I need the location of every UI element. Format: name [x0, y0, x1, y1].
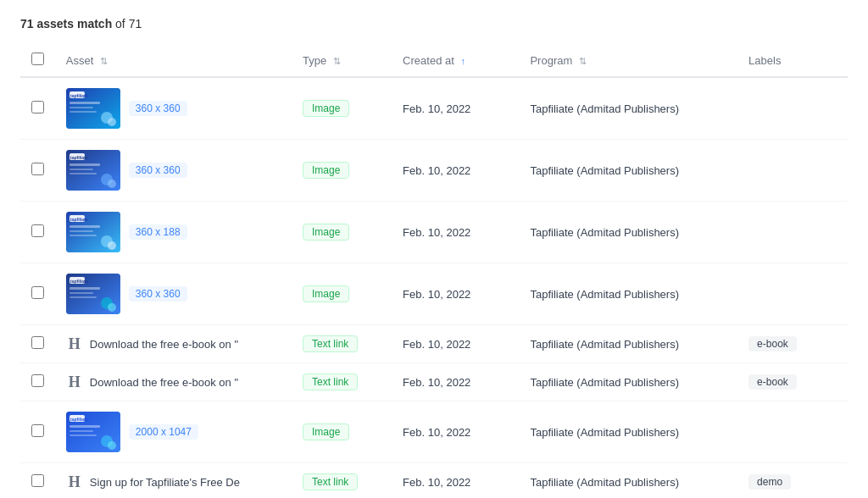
type-cell: Image: [292, 77, 392, 140]
asset-cell: HDownload the free e-book on ": [56, 325, 292, 363]
svg-point-7: [108, 118, 116, 126]
labels-cell: [738, 401, 848, 463]
created-sort-icon: ↑: [460, 56, 465, 66]
textlink-asset-wrapper: HSign up for Tapfiliate's Free De: [66, 473, 282, 490]
labels-cell: e-book: [738, 363, 848, 401]
svg-point-39: [108, 441, 116, 450]
program-value: Tapfiliate (Admitad Publishers): [530, 476, 679, 489]
svg-rect-4: [70, 107, 93, 108]
header-type[interactable]: Type ⇅: [292, 44, 392, 77]
program-cell: Tapfiliate (Admitad Publishers): [520, 401, 738, 463]
type-cell: Text link: [292, 463, 392, 499]
row-checkbox-cell: [20, 363, 56, 401]
asset-thumbnail: tapfiliate: [66, 274, 120, 314]
program-value: Tapfiliate (Admitad Publishers): [530, 376, 679, 389]
row-checkbox[interactable]: [31, 474, 44, 487]
table-header-row: Asset ⇅ Type ⇅ Created at ↑ Program ⇅ La…: [20, 44, 848, 77]
textlink-asset-wrapper: HDownload the free e-book on ": [66, 335, 282, 352]
asset-name: Download the free e-book on ": [90, 376, 238, 389]
asset-name: Download the free e-book on ": [90, 338, 238, 351]
row-checkbox[interactable]: [31, 163, 44, 175]
results-summary: 71 assets match of 71: [20, 17, 848, 30]
image-asset-wrapper: tapfiliate 360 x 360: [66, 88, 282, 129]
type-badge: Text link: [303, 335, 358, 352]
row-checkbox[interactable]: [31, 224, 44, 237]
asset-cell: tapfiliate 2000 x 1047: [56, 401, 292, 463]
svg-text:tapfiliate: tapfiliate: [70, 155, 88, 160]
label-badge: e-book: [748, 336, 797, 351]
created-at-cell: Feb. 10, 2022: [392, 263, 520, 325]
asset-cell: HSign up for Tapfiliate's Free De: [56, 463, 292, 499]
svg-text:tapfiliate: tapfiliate: [70, 217, 88, 222]
program-cell: Tapfiliate (Admitad Publishers): [520, 325, 738, 363]
row-checkbox[interactable]: [31, 374, 44, 387]
asset-cell: tapfiliate 360 x 360: [56, 140, 292, 202]
type-badge: Text link: [303, 473, 358, 490]
type-badge: Image: [303, 423, 349, 440]
svg-rect-35: [70, 425, 100, 428]
header-created-at[interactable]: Created at ↑: [392, 44, 520, 77]
svg-rect-37: [70, 434, 97, 436]
header-program[interactable]: Program ⇅: [520, 44, 738, 77]
type-cell: Image: [292, 140, 392, 202]
type-badge: Text link: [303, 374, 358, 390]
asset-thumbnail: tapfiliate: [66, 150, 120, 191]
created-at-value: Feb. 10, 2022: [403, 102, 470, 115]
assets-table: Asset ⇅ Type ⇅ Created at ↑ Program ⇅ La…: [20, 44, 848, 498]
program-value: Tapfiliate (Admitad Publishers): [530, 338, 679, 351]
table-row: tapfiliate 2000 x 1047ImageFeb. 10, 2022…: [20, 401, 848, 463]
row-checkbox[interactable]: [31, 424, 44, 437]
svg-text:tapfiliate: tapfiliate: [70, 93, 88, 98]
row-checkbox[interactable]: [31, 101, 44, 113]
svg-rect-13: [70, 173, 97, 174]
asset-thumbnail: tapfiliate: [66, 88, 120, 129]
created-at-cell: Feb. 10, 2022: [392, 202, 520, 263]
asset-name: Sign up for Tapfiliate's Free De: [90, 476, 240, 489]
created-at-cell: Feb. 10, 2022: [392, 77, 520, 140]
svg-point-15: [108, 180, 116, 188]
type-cell: Text link: [292, 325, 392, 363]
program-cell: Tapfiliate (Admitad Publishers): [520, 140, 738, 202]
table-row: HDownload the free e-book on "Text linkF…: [20, 325, 848, 363]
image-asset-wrapper: tapfiliate 360 x 188: [66, 212, 282, 252]
created-at-value: Feb. 10, 2022: [403, 164, 470, 177]
created-at-value: Feb. 10, 2022: [403, 288, 470, 301]
created-at-cell: Feb. 10, 2022: [392, 140, 520, 202]
labels-cell: e-book: [738, 325, 848, 363]
textlink-icon: H: [66, 374, 83, 390]
image-asset-wrapper: tapfiliate 360 x 360: [66, 150, 282, 191]
type-badge: Image: [303, 162, 349, 179]
program-value: Tapfiliate (Admitad Publishers): [530, 426, 679, 439]
header-labels: Labels: [738, 44, 848, 77]
row-checkbox-cell: [20, 325, 56, 363]
size-badge: 360 x 188: [129, 224, 187, 240]
header-asset[interactable]: Asset ⇅: [56, 44, 292, 77]
type-badge: Image: [303, 224, 349, 241]
header-program-label: Program: [530, 54, 572, 67]
row-checkbox[interactable]: [31, 286, 44, 299]
table-row: tapfiliate 360 x 360ImageFeb. 10, 2022Ta…: [20, 263, 848, 325]
svg-rect-19: [70, 225, 100, 228]
svg-rect-20: [70, 230, 93, 232]
program-value: Tapfiliate (Admitad Publishers): [530, 226, 679, 239]
row-checkbox-cell: [20, 202, 56, 263]
select-all-checkbox[interactable]: [31, 53, 44, 65]
table-row: tapfiliate 360 x 360ImageFeb. 10, 2022Ta…: [20, 77, 848, 140]
program-cell: Tapfiliate (Admitad Publishers): [520, 463, 738, 499]
header-created-label: Created at: [403, 54, 454, 67]
svg-rect-29: [70, 296, 97, 298]
asset-thumbnail: tapfiliate: [66, 212, 120, 252]
textlink-icon: H: [66, 335, 83, 352]
type-cell: Image: [292, 202, 392, 263]
asset-cell: HDownload the free e-book on ": [56, 363, 292, 401]
row-checkbox[interactable]: [31, 336, 44, 349]
type-cell: Text link: [292, 363, 392, 401]
labels-cell: [738, 77, 848, 140]
program-cell: Tapfiliate (Admitad Publishers): [520, 202, 738, 263]
program-value: Tapfiliate (Admitad Publishers): [530, 164, 679, 177]
svg-rect-3: [70, 102, 100, 104]
svg-rect-12: [70, 169, 93, 170]
created-at-cell: Feb. 10, 2022: [392, 363, 520, 401]
program-cell: Tapfiliate (Admitad Publishers): [520, 263, 738, 325]
asset-sort-icon: ⇅: [100, 56, 108, 67]
